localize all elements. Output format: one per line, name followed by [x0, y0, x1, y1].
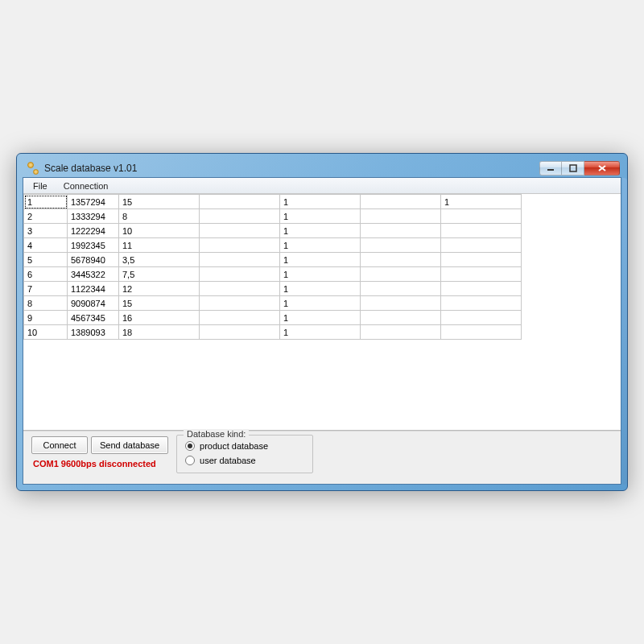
cell[interactable]: [441, 282, 522, 296]
cell[interactable]: 1: [280, 325, 361, 340]
cell[interactable]: 9: [24, 311, 68, 325]
window-title: Scale database v1.01: [44, 163, 539, 174]
cell[interactable]: [361, 253, 441, 267]
table-row[interactable]: 31222294101: [24, 224, 522, 238]
radio-label: product database: [200, 441, 268, 451]
cell[interactable]: [361, 282, 441, 296]
cell[interactable]: [200, 282, 280, 296]
cell[interactable]: 1: [441, 195, 522, 209]
cell[interactable]: [361, 311, 441, 325]
radio-user-database[interactable]: user database: [185, 453, 304, 468]
cell[interactable]: [200, 311, 280, 325]
connection-status: COM1 9600bps disconnected: [31, 459, 168, 469]
cell[interactable]: 7: [24, 282, 68, 296]
cell[interactable]: [200, 209, 280, 224]
cell[interactable]: [441, 311, 522, 325]
cell[interactable]: 1: [280, 267, 361, 282]
cell[interactable]: 1992345: [68, 238, 119, 253]
cell[interactable]: 1333294: [68, 209, 119, 224]
cell[interactable]: 4: [24, 238, 68, 253]
table-row[interactable]: 634453227,51: [24, 267, 522, 282]
cell[interactable]: [361, 238, 441, 253]
svg-rect-1: [570, 165, 576, 171]
cell[interactable]: [200, 195, 280, 209]
cell[interactable]: 1: [24, 195, 68, 209]
cell[interactable]: 16: [119, 311, 200, 325]
cell[interactable]: [441, 224, 522, 238]
cell[interactable]: [361, 267, 441, 282]
cell[interactable]: 8: [24, 296, 68, 311]
table-row[interactable]: 101389093181: [24, 325, 522, 340]
cell[interactable]: 3,5: [119, 253, 200, 267]
cell[interactable]: 9090874: [68, 296, 119, 311]
cell[interactable]: 1: [280, 209, 361, 224]
cell[interactable]: 15: [119, 195, 200, 209]
table-row[interactable]: 89090874151: [24, 296, 522, 311]
cell[interactable]: 1122344: [68, 282, 119, 296]
cell[interactable]: [200, 224, 280, 238]
cell[interactable]: 7,5: [119, 267, 200, 282]
data-grid[interactable]: 1135729415112133329481312222941014199234…: [23, 194, 621, 431]
close-button[interactable]: [584, 161, 620, 175]
cell[interactable]: [441, 238, 522, 253]
cell[interactable]: 1: [280, 224, 361, 238]
menu-file[interactable]: File: [27, 180, 54, 192]
cell[interactable]: [441, 253, 522, 267]
cell[interactable]: 5678940: [68, 253, 119, 267]
radio-icon: [185, 441, 195, 451]
send-database-button[interactable]: Send database: [91, 436, 168, 454]
cell[interactable]: 11: [119, 238, 200, 253]
cell[interactable]: 1389093: [68, 325, 119, 340]
cell[interactable]: [441, 267, 522, 282]
cell[interactable]: 12: [119, 282, 200, 296]
cell[interactable]: 6: [24, 267, 68, 282]
cell[interactable]: 1: [280, 296, 361, 311]
cell[interactable]: [200, 267, 280, 282]
bottom-panel: Connect Send database COM1 9600bps disco…: [23, 431, 621, 484]
table-row[interactable]: 94567345161: [24, 311, 522, 325]
cell[interactable]: [200, 253, 280, 267]
cell[interactable]: 1222294: [68, 224, 119, 238]
cell[interactable]: [441, 209, 522, 224]
radio-product-database[interactable]: product database: [185, 439, 304, 453]
cell[interactable]: 15: [119, 296, 200, 311]
app-icon: [27, 162, 40, 175]
cell[interactable]: [361, 325, 441, 340]
radio-icon: [185, 456, 195, 465]
maximize-button[interactable]: [562, 161, 584, 175]
connect-button[interactable]: Connect: [31, 436, 88, 454]
table-row[interactable]: 71122344121: [24, 282, 522, 296]
cell[interactable]: [441, 296, 522, 311]
cell[interactable]: 2: [24, 209, 68, 224]
cell[interactable]: [361, 224, 441, 238]
cell[interactable]: 1357294: [68, 195, 119, 209]
menu-connection[interactable]: Connection: [57, 180, 115, 192]
cell[interactable]: 1: [280, 282, 361, 296]
cell[interactable]: [200, 238, 280, 253]
cell[interactable]: 3445322: [68, 267, 119, 282]
cell[interactable]: 1: [280, 238, 361, 253]
minimize-button[interactable]: [539, 161, 562, 175]
cell[interactable]: 8: [119, 209, 200, 224]
table-row[interactable]: 556789403,51: [24, 253, 522, 267]
cell[interactable]: 1: [280, 195, 361, 209]
table-row[interactable]: 2133329481: [24, 209, 522, 224]
cell[interactable]: 18: [119, 325, 200, 340]
cell[interactable]: 10: [119, 224, 200, 238]
cell[interactable]: [200, 296, 280, 311]
table-row[interactable]: 41992345111: [24, 238, 522, 253]
cell[interactable]: 10: [24, 325, 68, 340]
cell[interactable]: 3: [24, 224, 68, 238]
cell[interactable]: [361, 209, 441, 224]
group-legend: Database kind:: [184, 429, 249, 439]
cell[interactable]: 1: [280, 311, 361, 325]
cell[interactable]: [200, 325, 280, 340]
cell[interactable]: [361, 296, 441, 311]
cell[interactable]: 5: [24, 253, 68, 267]
titlebar[interactable]: Scale database v1.01: [23, 159, 621, 177]
cell[interactable]: [361, 195, 441, 209]
cell[interactable]: [441, 325, 522, 340]
cell[interactable]: 1: [280, 253, 361, 267]
table-row[interactable]: 113572941511: [24, 195, 522, 209]
cell[interactable]: 4567345: [68, 311, 119, 325]
